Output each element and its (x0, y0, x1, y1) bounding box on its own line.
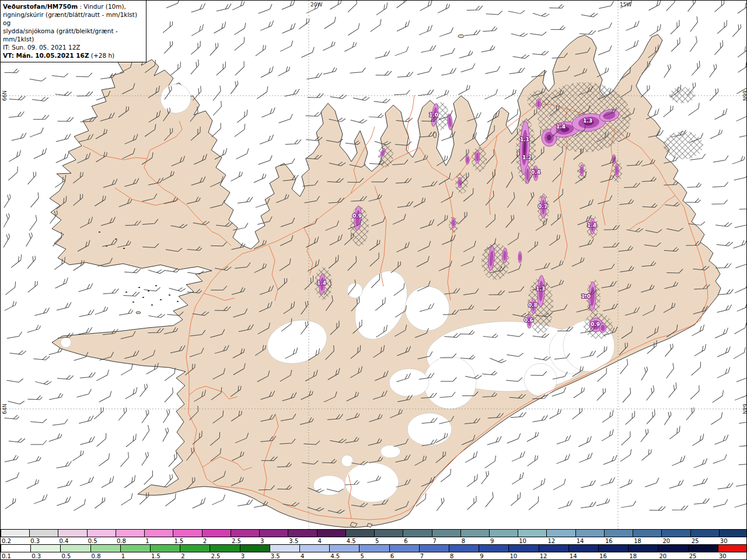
threshold-label: 1 (120, 552, 150, 559)
color-swatch (518, 529, 546, 537)
glacier-patch (407, 413, 452, 446)
colorbar-cell: 7 (432, 529, 460, 544)
color-swatch (633, 529, 661, 537)
threshold-label: 16 (598, 552, 628, 559)
colorbar-legend: 0.20.30.40.50.811.522.533.544.5567891012… (1, 529, 747, 559)
colorbar-cell: 2 (180, 544, 210, 559)
colorbar-cell: 30 (719, 529, 747, 544)
colorbar-cell: 3 (240, 544, 270, 559)
precip-cell (580, 164, 584, 176)
colorbar-cell: 12 (546, 529, 575, 544)
color-swatch (210, 544, 239, 552)
precip-cell (475, 150, 480, 163)
colorbar-cell: 3.5 (288, 529, 316, 544)
color-swatch (539, 544, 568, 552)
threshold-label: 1 (144, 537, 173, 544)
glacier-patch (405, 286, 449, 331)
color-swatch (30, 544, 60, 552)
threshold-label: 10 (518, 537, 546, 544)
colorbar-cell: 0.1 (1, 544, 30, 559)
color-swatch (432, 529, 460, 537)
colorbar-cell: 9 (489, 529, 518, 544)
precip-value-label: 1.3 (583, 118, 592, 124)
colorbar-cell: 4 (317, 529, 345, 544)
color-swatch (661, 529, 690, 537)
threshold-label: 16 (604, 537, 633, 544)
chart-title-box: Veðurstofan/HM750m : Vindur (10m), rigni… (1, 1, 146, 62)
color-swatch (87, 529, 116, 537)
precip-cell (536, 99, 541, 109)
threshold-label: 0.8 (90, 552, 120, 559)
glacier-patch (345, 463, 399, 502)
threshold-label: 0.2 (1, 537, 29, 544)
product-line: Veðurstofan/HM750m : Vindur (10m), (3, 2, 142, 10)
colorbar-cell: 0.8 (116, 529, 144, 544)
threshold-label: 12 (539, 552, 568, 559)
precip-value-label: 1.0 (581, 293, 591, 299)
color-swatch (568, 544, 598, 552)
threshold-label: 7 (432, 537, 460, 544)
threshold-label: 20 (658, 552, 687, 559)
precip-cell (466, 155, 469, 164)
precip-value-label: 1.0 (429, 112, 438, 118)
colorbar-cell: 6 (403, 529, 431, 544)
colorbar-cell: 0.2 (1, 529, 29, 544)
glacier-patch (347, 283, 362, 298)
threshold-label: 10 (508, 552, 538, 559)
color-swatch (598, 544, 628, 552)
threshold-label: 5 (359, 552, 389, 559)
colorbar-cell: 14 (568, 544, 598, 559)
threshold-label: 2 (202, 537, 231, 544)
colorbar-cell: 0.5 (60, 544, 90, 559)
colorbar-cell: 25 (690, 529, 719, 544)
threshold-label: 20 (661, 537, 690, 544)
color-swatch (508, 544, 538, 552)
colorbar-cell: 0.8 (90, 544, 120, 559)
color-swatch (317, 529, 345, 537)
color-swatch (299, 544, 329, 552)
color-swatch (403, 529, 431, 537)
colorbar-cell: 18 (628, 544, 658, 559)
glacier-patch (61, 337, 71, 348)
threshold-label: 2.5 (231, 537, 259, 544)
colorbar-cell: 1.5 (173, 529, 201, 544)
colorbar-cell: 5 (359, 544, 389, 559)
threshold-label: 0.4 (58, 537, 86, 544)
color-swatch (270, 544, 299, 552)
precip-value-label: 1.4 (556, 124, 566, 130)
threshold-label: 3.5 (270, 552, 299, 559)
grid-label: 64N (742, 404, 747, 414)
threshold-label: 6 (403, 537, 431, 544)
glacier-patch (389, 369, 429, 397)
colorbar-cell: 6 (389, 544, 419, 559)
color-swatch (29, 529, 58, 537)
precip-cell (599, 323, 606, 332)
grid-label: 64N (2, 404, 8, 414)
threshold-label: 4.5 (329, 552, 359, 559)
threshold-label: 0.1 (1, 552, 30, 559)
threshold-label: 0.8 (116, 537, 144, 544)
colorbar-cell: 4.5 (345, 529, 374, 544)
color-swatch (389, 544, 419, 552)
color-swatch (345, 529, 374, 537)
threshold-label: 14 (568, 552, 598, 559)
threshold-label: 8 (449, 552, 479, 559)
colorbar-cell: 16 (604, 529, 633, 544)
grid-label: 66N (742, 90, 747, 101)
precip-value-label: 1.1 (520, 136, 529, 142)
colorbar-cell: 16 (598, 544, 628, 559)
color-swatch (180, 544, 210, 552)
threshold-label: 5 (374, 537, 403, 544)
colorbar-cell: 3.5 (270, 544, 299, 559)
threshold-label: 8 (460, 537, 489, 544)
weather-chart-window: 20W15W66N66N64N64N 1.11.21.41.30.4 (0, 0, 747, 560)
colorbar-cell: 10 (508, 544, 538, 559)
precip-value-label: 0.8 (528, 302, 537, 308)
colorbar-cell: 1 (144, 529, 173, 544)
threshold-label: 4.5 (345, 537, 374, 544)
colorbar-sleet-snow: 0.20.30.40.50.811.522.533.544.5567891012… (1, 529, 747, 544)
glacier-patch (341, 455, 353, 467)
precip-value-label: 0.4 (531, 169, 540, 175)
color-swatch (604, 529, 633, 537)
threshold-label: 4 (317, 537, 345, 544)
